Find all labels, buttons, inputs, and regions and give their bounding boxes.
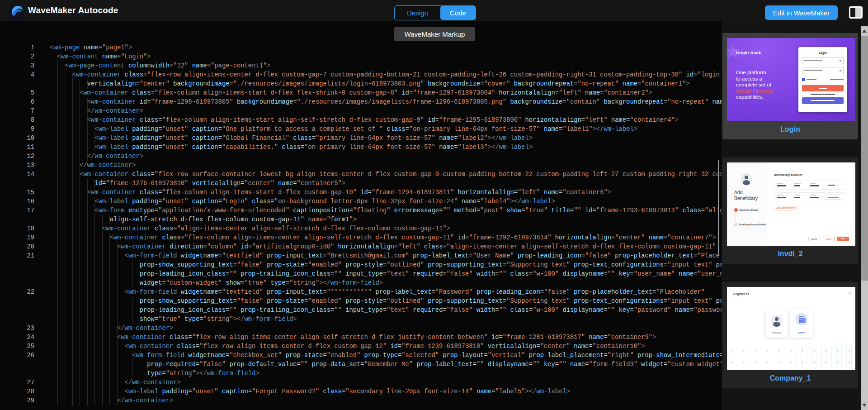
line-number: 4 — [0, 71, 34, 80]
edit-in-wavemaker-button[interactable]: Edit in WaveMaker — [765, 5, 838, 20]
code-row[interactable]: 4 <wm-container class="flex-row align-it… — [0, 71, 722, 80]
mini-login-button — [802, 85, 844, 91]
code-text: </wm-container> — [50, 324, 173, 333]
page-card-invdl2[interactable]: Add Beneficiary Beneficiary Details 2 Be… — [722, 157, 858, 264]
line-number: 12 — [0, 152, 34, 161]
code-row[interactable]: prop-show_supporting_text="false" prop-s… — [0, 297, 722, 306]
code-row[interactable]: 26 <wm-form-field widgetname="checkbox_s… — [0, 351, 722, 360]
code-row[interactable]: 13 </wm-container> — [0, 161, 722, 170]
doodle-pattern-band — [727, 346, 855, 370]
line-number: 16 — [0, 197, 34, 206]
line-number — [0, 80, 34, 89]
mini-next-button: NEXT — [837, 237, 849, 241]
code-row[interactable]: type="string"></wm-form-field> — [0, 369, 722, 378]
code-text: prop-leading_icon_class="" prop-trailing… — [50, 270, 722, 279]
link-placeholder-bar — [830, 79, 844, 80]
line-number — [0, 360, 34, 369]
editor-vertical-scrollbar[interactable] — [718, 160, 719, 254]
thumbnail-headline: One platform to access a complete set of… — [736, 70, 773, 100]
code-row[interactable]: 22 <wm-form-field widgetname="textfield"… — [0, 288, 722, 297]
code-row[interactable]: prop-required="false" prop-default_value… — [0, 360, 722, 369]
code-row[interactable]: 5 <wm-container class="flex-column align… — [0, 89, 722, 98]
code-row[interactable]: 1<wm-page name="page1"> — [0, 43, 722, 52]
line-number: 19 — [0, 234, 34, 243]
code-row[interactable]: 3 <wm-page-content columnwidth="12" name… — [0, 62, 722, 71]
code-row[interactable]: 24 <wm-container class="flex-row align-i… — [0, 333, 722, 342]
code-row[interactable]: verticalalign="center" backgroundimage="… — [0, 80, 722, 89]
code-row[interactable]: 27 </wm-container> — [0, 378, 722, 387]
line-number — [0, 297, 34, 306]
code-row[interactable]: 6 <wm-container id="frame-1296-618973805… — [0, 98, 722, 107]
line-number — [0, 315, 34, 324]
code-row[interactable]: 23 </wm-container> — [0, 324, 722, 333]
code-row[interactable]: 12 </wm-container> — [0, 152, 722, 161]
code-row[interactable]: 20 <wm-container direction="column" id="… — [0, 243, 722, 252]
scroll-down-arrow-icon[interactable] — [862, 404, 867, 407]
code-row[interactable]: align-self-stretch d-flex flex-column cu… — [0, 215, 722, 224]
code-row[interactable]: 11 <wm-label padding="unset" caption="ca… — [0, 143, 722, 152]
code-row[interactable]: 19 <wm-container class="flex-column alig… — [0, 234, 722, 243]
sidebar-scrollbar-thumb[interactable] — [861, 36, 868, 281]
mini-dialog-title: Register as — [733, 292, 749, 296]
mini-register-button — [802, 97, 844, 104]
line-number: 27 — [0, 378, 34, 387]
code-row[interactable]: 25 <wm-container class="flex-row align-i… — [0, 342, 722, 351]
code-row[interactable]: prop-leading_icon_class="" prop-trailing… — [0, 270, 722, 279]
line-number: 25 — [0, 342, 34, 351]
code-text: </wm-container> — [50, 152, 143, 161]
sidebar-scrollbar-track[interactable] — [861, 26, 868, 410]
login-page-thumbnail: ★ ★ Bright Bank One platform to access a… — [727, 38, 855, 121]
line-number: 18 — [0, 224, 34, 234]
code-editor[interactable]: 1<wm-page name="page1">2 <wm-content nam… — [0, 21, 722, 410]
building-icon — [795, 313, 808, 325]
code-text: align-self-stretch d-flex flex-column cu… — [50, 215, 357, 224]
code-row[interactable]: 7 </wm-container> — [0, 107, 722, 116]
code-row[interactable]: widget="custom-widget" show="true" type=… — [0, 279, 722, 288]
code-row[interactable]: id="frame-1276-618973810" verticalalign=… — [0, 179, 722, 188]
code-row[interactable]: 28 <wm-label padding="unset" caption="Fo… — [0, 387, 722, 396]
line-number — [0, 261, 34, 270]
top-app-bar: WaveMaker Autocode Design Code Edit in W… — [0, 0, 868, 21]
line-number — [0, 369, 34, 378]
code-row[interactable]: 15 <wm-container class="flex-column alig… — [0, 188, 722, 197]
code-row[interactable]: 10 <wm-label padding="unset" caption="Gl… — [0, 134, 722, 143]
line-number: 2 — [0, 52, 34, 62]
page-card-login[interactable]: ★ ★ Bright Bank One platform to access a… — [722, 33, 858, 139]
code-row[interactable]: 14 <wm-container class="flex-row surface… — [0, 170, 722, 179]
code-row[interactable]: show="true" type="string"></wm-form-fiel… — [0, 315, 722, 324]
code-text: <wm-container class="align-items-center … — [50, 224, 450, 234]
step-number-icon: 2 — [734, 223, 737, 226]
page-card-company1[interactable]: Register as × INDIVIDUAL COMPANY Company… — [722, 282, 858, 388]
code-row[interactable]: prop-leading_icon_class="" prop-trailing… — [0, 306, 722, 315]
scroll-up-arrow-icon[interactable] — [862, 29, 867, 33]
code-text: <wm-container class="flex-column align-i… — [50, 188, 611, 197]
code-text: <wm-container class="flex-row align-item… — [50, 342, 645, 351]
toggle-panel-icon[interactable] — [849, 6, 863, 19]
code-row[interactable]: prop-show_supporting_text="false" prop-s… — [0, 261, 722, 270]
code-row[interactable]: 9 <wm-label padding="unset" caption="One… — [0, 125, 722, 134]
code-text: prop-required="false" prop-default_value… — [50, 360, 722, 369]
code-text: </wm-container> — [50, 107, 143, 116]
tab-design[interactable]: Design — [395, 6, 440, 20]
line-number: 11 — [0, 143, 34, 152]
code-text: <wm-container class="flex-column align-i… — [50, 116, 679, 125]
code-row[interactable]: 2 <wm-content name="Login"> — [0, 52, 722, 62]
close-icon: × — [849, 291, 851, 295]
code-text: <wm-form-field widgetname="checkbox_set"… — [50, 351, 722, 360]
eye-icon — [840, 70, 841, 72]
tab-code[interactable]: Code — [440, 6, 476, 20]
code-row[interactable]: 29 </wm-container> — [0, 396, 722, 405]
code-text: <wm-page-content columnwidth="12" name="… — [50, 62, 271, 71]
code-row[interactable]: 21 <wm-form-field widgetname="textfield"… — [0, 252, 722, 261]
line-number: 5 — [0, 89, 34, 98]
line-number: 29 — [0, 396, 34, 405]
code-row[interactable]: 8 <wm-container class="flex-column align… — [0, 116, 722, 125]
step-connector — [736, 213, 736, 222]
code-text: show="true" type="string"></wm-form-fiel… — [50, 315, 297, 324]
code-row[interactable]: 16 <wm-label padding="unset" caption="Lo… — [0, 197, 722, 206]
mini-wizard-buttons: CANCEL BACK NEXT — [808, 237, 849, 241]
line-number: 22 — [0, 288, 34, 297]
line-number: 6 — [0, 98, 34, 107]
code-row[interactable]: 17 <wm-form enctype="application/x-www-f… — [0, 206, 722, 215]
code-row[interactable]: 18 <wm-container class="align-items-cent… — [0, 224, 722, 234]
